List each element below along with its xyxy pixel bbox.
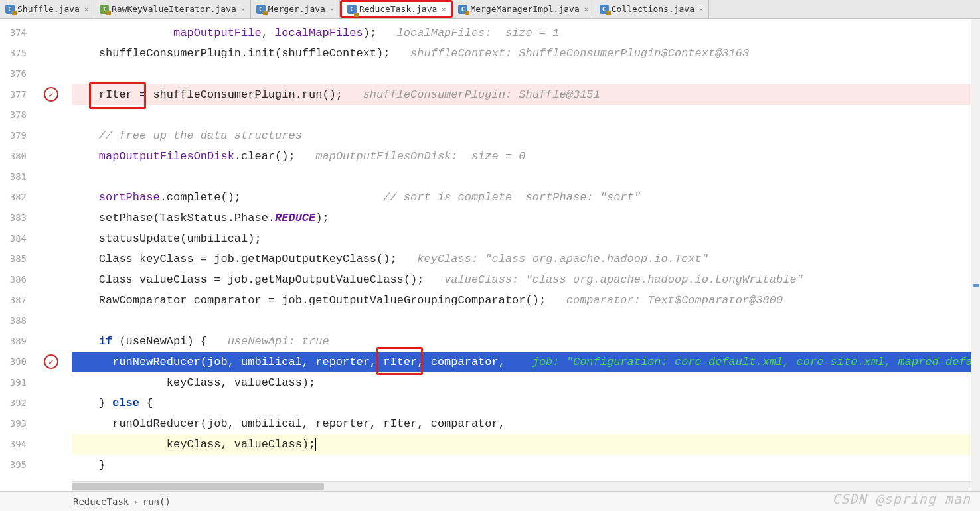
tab-mergemanagerimpl[interactable]: CMergeManagerImpl.java✕ — [453, 0, 594, 18]
tab-label: Merger.java — [268, 4, 325, 14]
tab-reducetask[interactable]: CReduceTask.java✕ — [340, 0, 453, 18]
line-number: 388 — [0, 311, 32, 331]
code-token — [72, 129, 99, 142]
code-token: } — [72, 459, 106, 471]
code-editor[interactable]: 3743753763773783793803813823833843853863… — [0, 19, 980, 491]
line-number: 394 — [0, 434, 32, 455]
line-number: 380 — [0, 146, 32, 167]
line-number-gutter: 3743753763773783793803813823833843853863… — [0, 19, 32, 491]
tab-collections[interactable]: CCollections.java✕ — [594, 0, 709, 18]
line-number: 391 — [0, 372, 32, 393]
horizontal-scrollbar[interactable] — [72, 481, 971, 491]
code-line[interactable]: mapOutputFilesOnDisk.clear(); mapOutputF… — [72, 146, 980, 167]
line-number: 395 — [0, 455, 32, 475]
code-line[interactable]: sortPhase.complete(); // sort is complet… — [72, 187, 980, 208]
code-line[interactable]: RawComparator comparator = job.getOutput… — [72, 290, 980, 311]
code-token: // sort is complete sortPhase: "sort" — [383, 191, 641, 204]
ruler-mark — [973, 284, 979, 287]
code-token — [72, 150, 99, 163]
code-token: mapOutputFilesOnDisk — [99, 150, 234, 163]
code-line[interactable]: runNewReducer(job, umbilical, reporter, … — [72, 352, 980, 372]
line-number: 374 — [0, 23, 32, 43]
code-line[interactable]: statusUpdate(umbilical); — [72, 228, 980, 249]
code-line[interactable]: setPhase(TaskStatus.Phase.REDUCE); — [72, 208, 980, 228]
close-icon[interactable]: ✕ — [241, 5, 245, 13]
close-icon[interactable]: ✕ — [84, 5, 88, 13]
code-token: .complete(); — [160, 191, 384, 204]
code-token: valueClass: "class org.apache.hadoop.io.… — [444, 273, 803, 286]
close-icon[interactable]: ✕ — [584, 5, 588, 13]
line-number: 377 — [0, 84, 32, 105]
tab-label: Shuffle.java — [17, 4, 80, 14]
code-line[interactable]: } — [72, 455, 980, 475]
line-number: 387 — [0, 290, 32, 311]
code-area[interactable]: mapOutputFile, localMapFiles); localMapF… — [72, 19, 980, 491]
tab-label: ReduceTask.java — [359, 4, 437, 14]
lock-icon — [106, 11, 111, 15]
scrollbar-thumb[interactable] — [72, 483, 324, 490]
tab-label: Collections.java — [612, 4, 694, 14]
code-line[interactable]: Class valueClass = job.getMapOutputValue… — [72, 269, 980, 290]
code-line[interactable] — [72, 167, 980, 187]
breakpoint-gutter[interactable] — [32, 19, 72, 491]
code-token: REDUCE — [275, 212, 315, 224]
code-token: Class keyClass = job.getMapOutputKeyClas… — [72, 253, 417, 265]
code-line[interactable]: // free up the data structures — [72, 125, 980, 146]
code-token: comparator: Text$Comparator@3800 — [566, 294, 783, 307]
code-line[interactable]: } else { — [72, 393, 980, 413]
code-token: setPhase(TaskStatus.Phase. — [72, 212, 275, 224]
code-token: shuffleContext: ShuffleConsumerPlugin$Co… — [410, 47, 749, 60]
code-token — [72, 191, 99, 204]
code-line[interactable]: keyClass, valueClass); — [72, 434, 980, 455]
lock-icon — [606, 11, 611, 15]
code-token: keyClass, valueClass); — [72, 376, 315, 389]
lock-icon — [263, 11, 268, 15]
line-number: 375 — [0, 43, 32, 64]
tab-label: MergeManagerImpl.java — [470, 4, 579, 14]
tab-shuffle[interactable]: CShuffle.java✕ — [0, 0, 94, 18]
code-token: } — [72, 397, 112, 409]
code-line[interactable]: if (useNewApi) { useNewApi: true — [72, 331, 980, 352]
code-token: ); — [363, 27, 397, 39]
code-line[interactable]: rIter = shuffleConsumerPlugin.run(); shu… — [72, 84, 980, 105]
tab-bar: CShuffle.java✕IRawKeyValueIterator.java✕… — [0, 0, 980, 19]
code-line[interactable]: mapOutputFile, localMapFiles); localMapF… — [72, 23, 980, 43]
tab-rawkeyvalueiterator[interactable]: IRawKeyValueIterator.java✕ — [94, 0, 251, 18]
line-number: 385 — [0, 249, 32, 269]
close-icon[interactable]: ✕ — [699, 5, 703, 13]
lock-icon — [465, 11, 469, 15]
code-token — [72, 27, 173, 39]
code-token — [72, 335, 99, 348]
code-token: .clear(); — [234, 150, 315, 163]
code-token: keyClass: "class org.apache.hadoop.io.Te… — [417, 253, 708, 265]
overview-ruler[interactable] — [971, 19, 980, 491]
breadcrumb-file[interactable]: ReduceTask — [73, 496, 129, 507]
code-line[interactable]: shuffleConsumerPlugin.init(shuffleContex… — [72, 43, 980, 64]
code-line[interactable] — [72, 64, 980, 84]
code-token: if — [99, 335, 112, 348]
code-token: RawComparator comparator = job.getOutput… — [72, 294, 566, 307]
breakpoint-icon[interactable] — [44, 87, 58, 102]
code-token: statusUpdate(umbilical); — [72, 232, 262, 245]
code-line[interactable]: Class keyClass = job.getMapOutputKeyClas… — [72, 249, 980, 269]
code-token: shuffleConsumerPlugin: Shuffle@3151 — [363, 88, 600, 101]
breadcrumb-method[interactable]: run() — [143, 496, 171, 507]
code-line[interactable] — [72, 105, 980, 125]
lock-icon — [12, 11, 17, 15]
line-number: 376 — [0, 64, 32, 84]
code-line[interactable]: keyClass, valueClass); — [72, 372, 980, 393]
code-token: mapOutputFilesOnDisk: size = 0 — [315, 150, 525, 163]
code-token: localMapFiles: size = 1 — [397, 27, 560, 39]
code-token: { — [139, 397, 153, 409]
close-icon[interactable]: ✕ — [442, 5, 446, 13]
tab-merger[interactable]: CMerger.java✕ — [251, 0, 340, 18]
close-icon[interactable]: ✕ — [330, 5, 334, 13]
code-token: sortPhase — [99, 191, 160, 204]
code-token: rIter = shuffleConsumerPlugin.run(); — [72, 88, 363, 101]
code-line[interactable]: runOldReducer(job, umbilical, reporter, … — [72, 413, 980, 434]
code-line[interactable] — [72, 311, 980, 331]
breakpoint-icon[interactable] — [44, 354, 58, 369]
code-token: mapOutputFile — [173, 27, 262, 39]
line-number: 389 — [0, 331, 32, 352]
code-token: job: "Configuration: core-default.xml, c… — [532, 356, 980, 368]
